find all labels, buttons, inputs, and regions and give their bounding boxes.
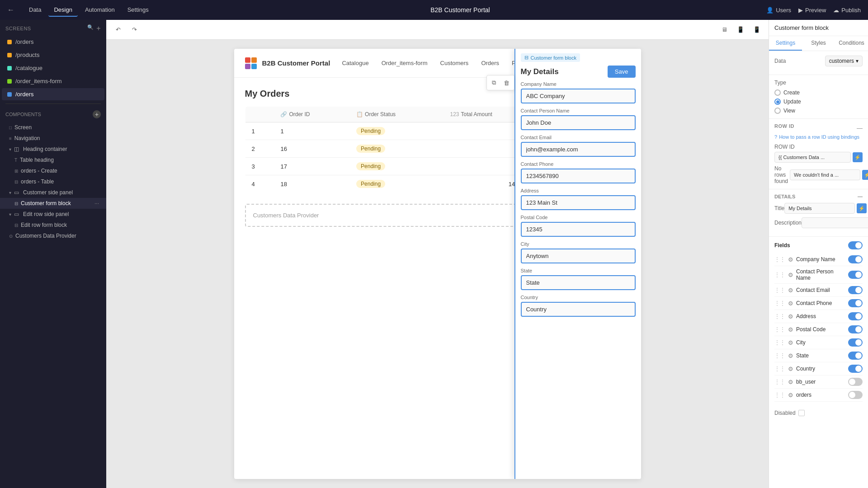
component-customer-form-block[interactable]: ⊟ Customer form block ··· (0, 198, 106, 209)
field-toggle[interactable] (848, 378, 863, 386)
title-lightning-button[interactable]: ⚡ (857, 203, 867, 213)
gear-icon[interactable]: ⚙ (788, 339, 793, 346)
sidebar-item-products[interactable]: /products (2, 49, 104, 61)
type-update[interactable]: Update (774, 99, 863, 105)
drag-handle-icon[interactable]: ⋮⋮ (774, 272, 785, 278)
add-component-button[interactable]: + (93, 110, 101, 118)
component-screen[interactable]: □ Screen (0, 122, 106, 133)
field-toggle[interactable] (848, 271, 863, 279)
gear-icon[interactable]: ⚙ (788, 379, 793, 385)
nav-catalogue[interactable]: Catalogue (335, 56, 375, 70)
tab-design[interactable]: Design (48, 4, 77, 17)
type-view[interactable]: View (774, 108, 863, 114)
component-customers-data-provider[interactable]: ⊙ Customers Data Provider (0, 230, 106, 241)
description-input[interactable] (802, 217, 868, 228)
no-rows-lightning-button[interactable]: ⚡ (862, 170, 868, 180)
drag-handle-icon[interactable]: ⋮⋮ (774, 392, 785, 398)
gear-icon[interactable]: ⚙ (788, 300, 793, 307)
field-input-postal-code[interactable] (521, 222, 636, 237)
drag-handle-icon[interactable]: ⋮⋮ (774, 287, 785, 293)
fields-master-toggle[interactable] (848, 241, 863, 249)
minus-icon[interactable]: — (857, 125, 863, 131)
sidebar-item-orders2[interactable]: /orders (2, 88, 104, 100)
back-button[interactable]: ← (7, 6, 14, 14)
component-heading-container[interactable]: ▾ ◫ Heading container (0, 144, 106, 155)
gear-icon[interactable]: ⚙ (788, 352, 793, 359)
nav-orders[interactable]: Orders (475, 56, 505, 70)
field-input-contact-person[interactable] (521, 115, 636, 130)
preview-button[interactable]: ▶ Preview (798, 7, 826, 14)
gear-icon[interactable]: ⚙ (788, 326, 793, 333)
nav-order-items[interactable]: Order_items-form (375, 56, 434, 70)
tab-automation[interactable]: Automation (80, 4, 120, 17)
component-navigation[interactable]: ≡ Navigation (0, 133, 106, 144)
search-icon[interactable]: 🔍 (87, 24, 94, 33)
tablet-view-button[interactable]: 📱 (734, 23, 747, 36)
delete-button[interactable]: 🗑 (501, 77, 513, 89)
title-input[interactable] (784, 203, 855, 214)
sidebar-item-orders1[interactable]: /orders (2, 36, 104, 48)
copy-button[interactable]: ⧉ (488, 77, 500, 89)
gear-icon[interactable]: ⚙ (788, 287, 793, 294)
component-customer-side-panel[interactable]: ▾ ▭ Customer side panel (0, 187, 106, 198)
field-toggle[interactable] (848, 286, 863, 294)
undo-button[interactable]: ↶ (112, 23, 124, 36)
field-toggle[interactable] (848, 352, 863, 360)
field-input-city[interactable] (521, 249, 636, 263)
gear-icon[interactable]: ⚙ (788, 366, 793, 372)
field-toggle[interactable] (848, 365, 863, 373)
field-input-company-name[interactable] (521, 89, 636, 103)
details-minus-icon[interactable]: — (858, 194, 863, 199)
gear-icon[interactable]: ⚙ (788, 256, 793, 263)
tab-settings[interactable]: Settings (769, 36, 802, 51)
field-input-state[interactable] (521, 275, 636, 290)
add-screen-button[interactable]: + (96, 24, 101, 33)
sidebar-item-catalogue[interactable]: /catalogue (2, 62, 104, 74)
component-table-heading[interactable]: T Table heading (0, 155, 106, 165)
drag-handle-icon[interactable]: ⋮⋮ (774, 313, 785, 319)
drag-handle-icon[interactable]: ⋮⋮ (774, 352, 785, 359)
mobile-view-button[interactable]: 📱 (750, 23, 763, 36)
tab-styles[interactable]: Styles (802, 36, 835, 51)
gear-icon[interactable]: ⚙ (788, 272, 793, 278)
field-toggle[interactable] (848, 299, 863, 307)
field-toggle[interactable] (848, 255, 863, 263)
save-button[interactable]: Save (608, 66, 636, 78)
row-id-input[interactable] (774, 152, 851, 163)
field-toggle[interactable] (848, 391, 863, 399)
type-create[interactable]: Create (774, 89, 863, 96)
drag-handle-icon[interactable]: ⋮⋮ (774, 366, 785, 372)
users-button[interactable]: 👤 Users (766, 7, 791, 14)
field-input-address[interactable] (521, 195, 636, 210)
drag-handle-icon[interactable]: ⋮⋮ (774, 339, 785, 346)
drag-handle-icon[interactable]: ⋮⋮ (774, 326, 785, 333)
canvas-container[interactable]: B2B Customer Portal Catalogue Order_item… (106, 40, 769, 488)
component-orders-create[interactable]: ⊞ orders - Create (0, 165, 106, 176)
drag-handle-icon[interactable]: ⋮⋮ (774, 256, 785, 263)
component-orders-table[interactable]: ⊟ orders - Table (0, 176, 106, 187)
drag-handle-icon[interactable]: ⋮⋮ (774, 300, 785, 306)
field-toggle[interactable] (848, 325, 863, 333)
no-rows-input[interactable] (790, 169, 860, 180)
sidebar-item-order-items-form[interactable]: /order_items-form (2, 75, 104, 87)
tab-conditions[interactable]: Conditions (835, 36, 868, 51)
publish-button[interactable]: ☁ Publish (833, 7, 861, 14)
tab-settings[interactable]: Settings (122, 4, 154, 17)
component-edit-row-side-panel[interactable]: ▾ ▭ Edit row side panel (0, 209, 106, 220)
desktop-view-button[interactable]: 🖥 (718, 23, 731, 36)
component-edit-row-form-block[interactable]: ⊟ Edit row form block (0, 220, 106, 230)
disabled-checkbox[interactable] (798, 410, 805, 416)
more-options-icon[interactable]: ··· (93, 200, 101, 206)
data-select[interactable]: customers ▾ (825, 56, 863, 66)
field-input-contact-phone[interactable] (521, 169, 636, 183)
redo-button[interactable]: ↷ (128, 23, 141, 36)
row-id-lightning-button[interactable]: ⚡ (853, 152, 863, 162)
field-toggle[interactable] (848, 338, 863, 347)
field-toggle[interactable] (848, 312, 863, 320)
tab-data[interactable]: Data (24, 4, 47, 17)
drag-handle-icon[interactable]: ⋮⋮ (774, 379, 785, 385)
nav-customers[interactable]: Customers (434, 56, 475, 70)
field-input-contact-email[interactable] (521, 142, 636, 157)
field-input-country[interactable] (521, 302, 636, 317)
gear-icon[interactable]: ⚙ (788, 392, 793, 399)
